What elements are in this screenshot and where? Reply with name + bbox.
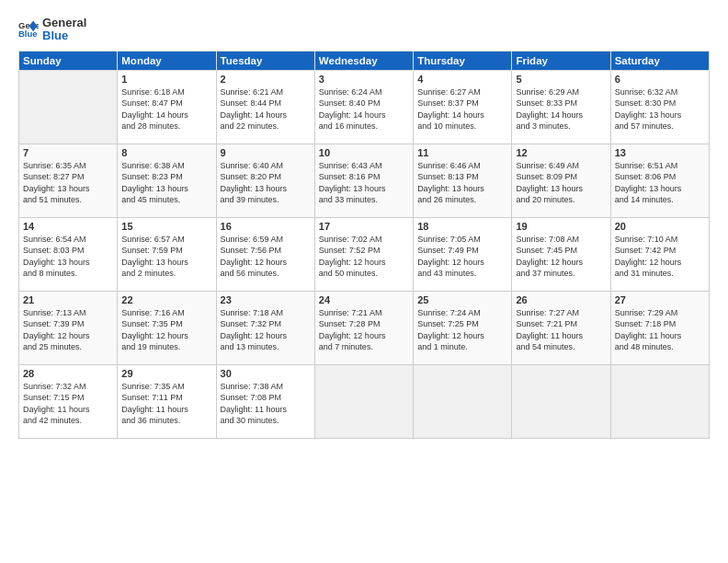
day-number: 24 <box>319 294 409 305</box>
day-number: 10 <box>319 147 409 158</box>
header-cell-monday: Monday <box>118 51 216 70</box>
calendar-cell: 22Sunrise: 7:16 AMSunset: 7:35 PMDayligh… <box>118 291 216 364</box>
cell-text: Sunrise: 6:51 AMSunset: 8:06 PMDaylight:… <box>615 160 705 206</box>
day-number: 7 <box>23 147 113 158</box>
day-number: 13 <box>615 147 705 158</box>
cell-text: Sunrise: 6:24 AMSunset: 8:40 PMDaylight:… <box>319 86 409 132</box>
day-number: 20 <box>615 221 705 232</box>
day-number: 1 <box>121 74 211 85</box>
cell-text: Sunrise: 7:16 AMSunset: 7:35 PMDaylight:… <box>121 307 211 353</box>
day-number: 17 <box>319 221 409 232</box>
calendar-cell: 5Sunrise: 6:29 AMSunset: 8:33 PMDaylight… <box>512 70 610 144</box>
day-number: 30 <box>221 368 311 379</box>
calendar-cell: 14Sunrise: 6:54 AMSunset: 8:03 PMDayligh… <box>19 217 118 291</box>
logo-general: General <box>42 17 86 29</box>
svg-text:Blue: Blue <box>18 29 38 39</box>
day-number: 16 <box>221 221 311 232</box>
cell-text: Sunrise: 7:18 AMSunset: 7:32 PMDaylight:… <box>221 307 311 353</box>
calendar-cell: 27Sunrise: 7:29 AMSunset: 7:18 PMDayligh… <box>610 291 709 364</box>
cell-text: Sunrise: 6:54 AMSunset: 8:03 PMDaylight:… <box>23 234 113 280</box>
cell-text: Sunrise: 6:18 AMSunset: 8:47 PMDaylight:… <box>121 86 211 132</box>
calendar-cell: 28Sunrise: 7:32 AMSunset: 7:15 PMDayligh… <box>19 364 118 438</box>
day-number: 14 <box>23 221 113 232</box>
day-number: 2 <box>221 74 311 85</box>
calendar-table: SundayMondayTuesdayWednesdayThursdayFrid… <box>18 51 710 439</box>
week-row-4: 21Sunrise: 7:13 AMSunset: 7:39 PMDayligh… <box>19 291 710 364</box>
cell-text: Sunrise: 6:43 AMSunset: 8:16 PMDaylight:… <box>319 160 409 206</box>
calendar-cell <box>314 364 413 438</box>
calendar-cell: 2Sunrise: 6:21 AMSunset: 8:44 PMDaylight… <box>216 70 314 144</box>
cell-text: Sunrise: 6:35 AMSunset: 8:27 PMDaylight:… <box>23 160 113 206</box>
day-number: 4 <box>417 74 507 85</box>
day-number: 23 <box>221 294 311 305</box>
calendar-cell: 16Sunrise: 6:59 AMSunset: 7:56 PMDayligh… <box>216 217 314 291</box>
calendar-cell: 8Sunrise: 6:38 AMSunset: 8:23 PMDaylight… <box>118 144 216 217</box>
cell-text: Sunrise: 7:24 AMSunset: 7:25 PMDaylight:… <box>417 307 507 353</box>
cell-text: Sunrise: 7:05 AMSunset: 7:49 PMDaylight:… <box>417 234 507 280</box>
day-number: 18 <box>417 221 507 232</box>
day-number: 19 <box>516 221 606 232</box>
header-cell-tuesday: Tuesday <box>216 51 314 70</box>
calendar-cell: 10Sunrise: 6:43 AMSunset: 8:16 PMDayligh… <box>314 144 413 217</box>
calendar-cell: 13Sunrise: 6:51 AMSunset: 8:06 PMDayligh… <box>610 144 709 217</box>
cell-text: Sunrise: 7:02 AMSunset: 7:52 PMDaylight:… <box>319 234 409 280</box>
calendar-cell: 21Sunrise: 7:13 AMSunset: 7:39 PMDayligh… <box>19 291 118 364</box>
header: General Blue General Blue <box>18 17 710 43</box>
day-number: 22 <box>121 294 211 305</box>
calendar-cell: 18Sunrise: 7:05 AMSunset: 7:49 PMDayligh… <box>414 217 512 291</box>
week-row-1: 1Sunrise: 6:18 AMSunset: 8:47 PMDaylight… <box>19 70 710 144</box>
calendar-cell: 25Sunrise: 7:24 AMSunset: 7:25 PMDayligh… <box>414 291 512 364</box>
cell-text: Sunrise: 6:27 AMSunset: 8:37 PMDaylight:… <box>417 86 507 132</box>
cell-text: Sunrise: 7:29 AMSunset: 7:18 PMDaylight:… <box>615 307 705 353</box>
cell-text: Sunrise: 7:10 AMSunset: 7:42 PMDaylight:… <box>615 234 705 280</box>
header-row: SundayMondayTuesdayWednesdayThursdayFrid… <box>19 51 710 70</box>
calendar-cell: 3Sunrise: 6:24 AMSunset: 8:40 PMDaylight… <box>314 70 413 144</box>
calendar-cell: 23Sunrise: 7:18 AMSunset: 7:32 PMDayligh… <box>216 291 314 364</box>
day-number: 25 <box>417 294 507 305</box>
cell-text: Sunrise: 6:57 AMSunset: 7:59 PMDaylight:… <box>121 234 211 280</box>
cell-text: Sunrise: 6:38 AMSunset: 8:23 PMDaylight:… <box>121 160 211 206</box>
calendar-cell <box>414 364 512 438</box>
cell-text: Sunrise: 7:08 AMSunset: 7:45 PMDaylight:… <box>516 234 606 280</box>
day-number: 29 <box>121 368 211 379</box>
cell-text: Sunrise: 7:38 AMSunset: 7:08 PMDaylight:… <box>221 381 311 427</box>
cell-text: Sunrise: 6:32 AMSunset: 8:30 PMDaylight:… <box>615 86 705 132</box>
calendar-cell <box>512 364 610 438</box>
calendar-cell: 1Sunrise: 6:18 AMSunset: 8:47 PMDaylight… <box>118 70 216 144</box>
calendar-page: General Blue General Blue SundayMondayTu… <box>0 0 728 563</box>
day-number: 26 <box>516 294 606 305</box>
cell-text: Sunrise: 6:40 AMSunset: 8:20 PMDaylight:… <box>221 160 311 206</box>
calendar-cell: 20Sunrise: 7:10 AMSunset: 7:42 PMDayligh… <box>610 217 709 291</box>
header-cell-saturday: Saturday <box>610 51 709 70</box>
calendar-cell: 7Sunrise: 6:35 AMSunset: 8:27 PMDaylight… <box>19 144 118 217</box>
day-number: 21 <box>23 294 113 305</box>
day-number: 15 <box>121 221 211 232</box>
cell-text: Sunrise: 6:59 AMSunset: 7:56 PMDaylight:… <box>221 234 311 280</box>
calendar-cell <box>19 70 118 144</box>
calendar-cell: 19Sunrise: 7:08 AMSunset: 7:45 PMDayligh… <box>512 217 610 291</box>
day-number: 9 <box>221 147 311 158</box>
logo: General Blue General Blue <box>18 17 86 43</box>
calendar-cell: 9Sunrise: 6:40 AMSunset: 8:20 PMDaylight… <box>216 144 314 217</box>
week-row-2: 7Sunrise: 6:35 AMSunset: 8:27 PMDaylight… <box>19 144 710 217</box>
cell-text: Sunrise: 7:35 AMSunset: 7:11 PMDaylight:… <box>121 381 211 427</box>
cell-text: Sunrise: 6:49 AMSunset: 8:09 PMDaylight:… <box>516 160 606 206</box>
cell-text: Sunrise: 6:29 AMSunset: 8:33 PMDaylight:… <box>516 86 606 132</box>
calendar-cell: 4Sunrise: 6:27 AMSunset: 8:37 PMDaylight… <box>414 70 512 144</box>
cell-text: Sunrise: 6:21 AMSunset: 8:44 PMDaylight:… <box>221 86 311 132</box>
calendar-cell <box>610 364 709 438</box>
calendar-cell: 17Sunrise: 7:02 AMSunset: 7:52 PMDayligh… <box>314 217 413 291</box>
header-cell-friday: Friday <box>512 51 610 70</box>
cell-text: Sunrise: 6:46 AMSunset: 8:13 PMDaylight:… <box>417 160 507 206</box>
day-number: 11 <box>417 147 507 158</box>
calendar-cell: 24Sunrise: 7:21 AMSunset: 7:28 PMDayligh… <box>314 291 413 364</box>
cell-text: Sunrise: 7:13 AMSunset: 7:39 PMDaylight:… <box>23 307 113 353</box>
day-number: 5 <box>516 74 606 85</box>
calendar-cell: 30Sunrise: 7:38 AMSunset: 7:08 PMDayligh… <box>216 364 314 438</box>
header-cell-wednesday: Wednesday <box>314 51 413 70</box>
calendar-cell: 12Sunrise: 6:49 AMSunset: 8:09 PMDayligh… <box>512 144 610 217</box>
logo-icon: General Blue <box>18 19 39 40</box>
logo-blue: Blue <box>42 29 86 42</box>
day-number: 12 <box>516 147 606 158</box>
calendar-cell: 15Sunrise: 6:57 AMSunset: 7:59 PMDayligh… <box>118 217 216 291</box>
